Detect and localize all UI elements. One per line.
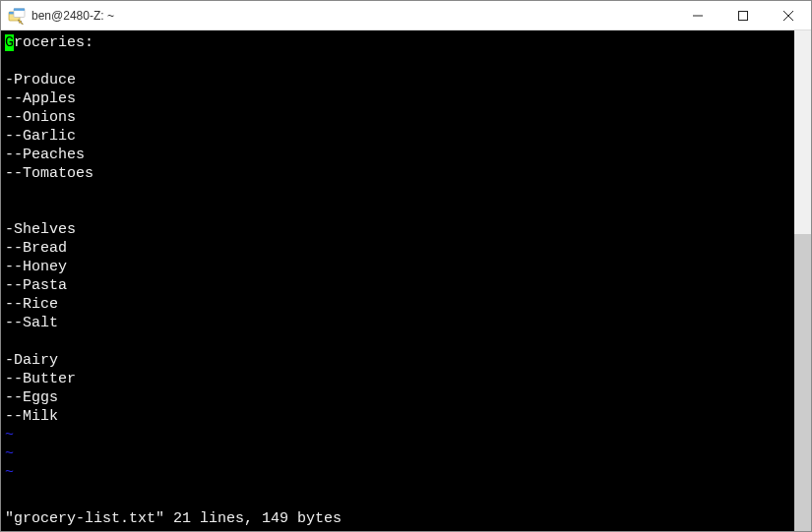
editor-line: --Tomatoes	[5, 164, 790, 183]
editor-line: --Pasta	[5, 276, 790, 295]
editor-line	[5, 332, 790, 351]
editor-line: --Garlic	[5, 127, 790, 146]
editor-line: --Bread	[5, 239, 790, 258]
terminal-area: Groceries: -Produce --Apples --Onions --…	[1, 30, 811, 531]
editor-line: --Milk	[5, 407, 790, 426]
editor-line: --Honey	[5, 258, 790, 276]
vim-status-line: "grocery-list.txt" 21 lines, 149 bytes	[5, 509, 790, 528]
maximize-button[interactable]	[720, 1, 766, 30]
editor-line: --Onions	[5, 108, 790, 127]
cursor: G	[5, 34, 14, 51]
empty-tilde-line: ~	[5, 426, 790, 444]
empty-tilde-line: ~	[5, 444, 790, 463]
window-titlebar: ben@2480-Z: ~	[1, 1, 811, 30]
editor-line	[5, 183, 790, 202]
editor-line: --Butter	[5, 370, 790, 388]
scrollbar-thumb[interactable]	[794, 234, 811, 531]
editor-line: -Produce	[5, 71, 790, 89]
window-title: ben@2480-Z: ~	[31, 9, 114, 23]
vertical-scrollbar[interactable]	[794, 30, 811, 531]
editor-line	[5, 202, 790, 220]
editor-line	[5, 52, 790, 71]
editor-line: --Apples	[5, 89, 790, 108]
editor-line: -Dairy	[5, 351, 790, 370]
editor-line: -Shelves	[5, 220, 790, 239]
empty-tilde-line: ~	[5, 463, 790, 482]
minimize-button[interactable]	[675, 1, 720, 30]
terminal[interactable]: Groceries: -Produce --Apples --Onions --…	[1, 30, 794, 531]
app-icon	[8, 7, 26, 25]
editor-line: --Eggs	[5, 388, 790, 407]
svg-rect-5	[739, 11, 748, 20]
editor-line: --Peaches	[5, 146, 790, 164]
editor-line: --Rice	[5, 295, 790, 314]
close-button[interactable]	[766, 1, 811, 30]
line-rest: roceries:	[14, 34, 94, 51]
editor-line: Groceries:	[5, 33, 790, 52]
svg-rect-3	[14, 8, 25, 10]
editor-line: --Salt	[5, 314, 790, 332]
